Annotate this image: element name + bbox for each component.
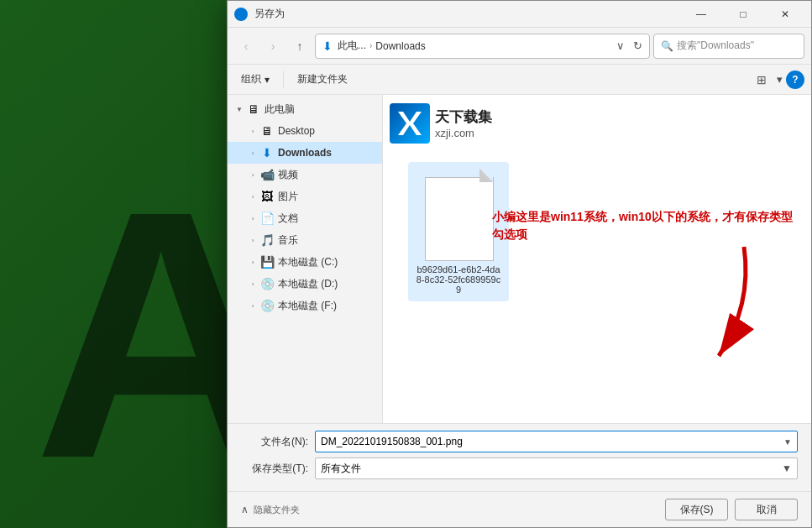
refresh-icon[interactable]: ↻ (633, 39, 642, 52)
documents-icon: 📄 (259, 211, 275, 226)
videos-label: 视频 (278, 168, 298, 182)
local-f-label: 本地磁盘 (F:) (278, 299, 337, 313)
filename-input-container[interactable]: DM_20221019150838_001.png ▼ (315, 431, 798, 452)
dialog-icon (234, 8, 248, 21)
local-c-label: 本地磁盘 (C:) (278, 255, 338, 269)
svg-marker-1 (398, 112, 422, 135)
sidebar-item-downloads[interactable]: › ⬇ Downloads (228, 142, 382, 164)
expand-icon: › (246, 255, 259, 269)
videos-icon: 📹 (259, 167, 275, 182)
xzji-logo-container (390, 103, 430, 144)
sidebar-item-videos[interactable]: › 📹 视频 (228, 164, 382, 186)
filetype-row: 保存类型(T): 所有文件 ▼ (241, 457, 798, 479)
sidebar-item-music[interactable]: › 🎵 音乐 (228, 229, 382, 251)
annotation-text: 小编这里是win11系统，win10以下的系统，才有保存类型勾选项 (492, 208, 803, 243)
expand-icon: › (246, 124, 259, 138)
red-arrow-svg (677, 238, 778, 373)
footer-left: ∧ 隐藏文件夹 (241, 504, 300, 516)
forward-button[interactable]: › (261, 34, 285, 58)
filename-label: 文件名(N): (241, 435, 308, 449)
sidebar-tree: ▼ 🖥 此电脑 › 🖥 Desktop › ⬇ Downloads › 📹 视频… (228, 95, 383, 423)
sidebar-item-desktop[interactable]: › 🖥 Desktop (228, 120, 382, 142)
filename-dropdown-icon: ▼ (783, 437, 792, 447)
xzji-x-svg (395, 108, 425, 139)
expand-icon: › (246, 146, 259, 159)
search-icon: 🔍 (661, 40, 673, 52)
local-c-icon: 💾 (259, 254, 275, 269)
sidebar-item-documents[interactable]: › 📄 文档 (228, 207, 382, 229)
xzji-text: 天下载集 xzji.com (435, 107, 492, 139)
file-name: b9629d61-e6b2-4da8-8c32-52fc689959c9 (415, 264, 502, 295)
minimize-button[interactable]: — (682, 1, 720, 28)
window-controls: — □ ✕ (682, 1, 804, 28)
expand-icon: › (246, 190, 259, 203)
help-button[interactable]: ? (786, 71, 804, 89)
filetype-dropdown[interactable]: 所有文件 ▼ (315, 457, 798, 479)
organize-label: 组织 (241, 72, 261, 86)
desktop-label: Desktop (278, 125, 315, 137)
expand-icon: › (246, 233, 259, 247)
view-toggle-button[interactable]: ⊞ (750, 69, 773, 91)
maximize-button[interactable]: □ (724, 1, 762, 28)
address-dropdown-icon[interactable]: ∨ (616, 39, 625, 52)
sidebar-item-pictures[interactable]: › 🖼 图片 (228, 186, 382, 207)
expand-icon: › (246, 299, 259, 312)
toolbar: 组织 ▾ 新建文件夹 ⊞ ▾ ? (228, 65, 811, 95)
file-thumbnail (421, 169, 496, 261)
organize-dropdown-icon: ▾ (265, 74, 270, 86)
bottom-area: 文件名(N): DM_20221019150838_001.png ▼ 保存类型… (228, 423, 811, 491)
sidebar-item-local-c[interactable]: › 💾 本地磁盘 (C:) (228, 251, 382, 273)
file-corner-shadow (479, 169, 493, 182)
hide-folders-label[interactable]: 隐藏文件夹 (254, 504, 300, 516)
download-address-icon: ⬇ (322, 39, 333, 53)
filetype-label: 保存类型(T): (241, 462, 308, 476)
new-folder-label: 新建文件夹 (297, 72, 348, 86)
xzji-name: 天下载集 (435, 107, 492, 127)
back-button[interactable]: ‹ (234, 34, 258, 58)
address-prefix: 此电... (338, 39, 366, 53)
organize-button[interactable]: 组织 ▾ (234, 69, 276, 91)
file-page-body (425, 177, 494, 261)
close-button[interactable]: ✕ (766, 1, 804, 28)
hide-folders-toggle-icon: ∧ (241, 504, 249, 515)
search-placeholder: 搜索"Downloads" (677, 39, 754, 53)
music-icon: 🎵 (259, 233, 275, 248)
desktop-icon: 🖥 (259, 123, 275, 139)
view-dropdown-icon[interactable]: ▾ (777, 73, 783, 86)
expand-icon: › (246, 168, 259, 181)
cancel-button[interactable]: 取消 (735, 499, 798, 520)
search-bar[interactable]: 🔍 搜索"Downloads" (653, 34, 804, 59)
sidebar-item-this-pc[interactable]: ▼ 🖥 此电脑 (228, 98, 382, 120)
address-bar[interactable]: ⬇ 此电... › Downloads ∨ ↻ (315, 34, 650, 59)
local-d-icon: 💿 (259, 276, 275, 291)
expand-icon: › (246, 212, 259, 225)
address-path: 此电... › Downloads (338, 39, 608, 53)
svg-point-0 (237, 10, 245, 18)
local-d-label: 本地磁盘 (D:) (278, 277, 338, 291)
new-folder-button[interactable]: 新建文件夹 (291, 69, 354, 91)
expand-icon: › (246, 277, 259, 290)
filename-row: 文件名(N): DM_20221019150838_001.png ▼ (241, 431, 798, 452)
toolbar-right: ⊞ ▾ ? (750, 69, 804, 91)
music-label: 音乐 (278, 233, 298, 248)
xzji-watermark: 天下载集 xzji.com (390, 103, 492, 144)
filename-value: DM_20221019150838_001.png (321, 436, 783, 447)
downloads-label: Downloads (278, 147, 332, 159)
title-bar: 另存为 — □ ✕ (228, 1, 811, 28)
filetype-value: 所有文件 (321, 462, 361, 476)
pictures-icon: 🖼 (259, 189, 275, 204)
filetype-dropdown-icon: ▼ (782, 463, 792, 474)
local-f-icon: 💿 (259, 298, 275, 313)
path-separator: › (369, 41, 372, 50)
downloads-icon: ⬇ (259, 145, 275, 160)
sidebar-item-local-d[interactable]: › 💿 本地磁盘 (D:) (228, 273, 382, 295)
expand-icon: ▼ (233, 102, 246, 116)
dialog-title: 另存为 (254, 7, 682, 21)
save-button[interactable]: 保存(S) (665, 499, 728, 520)
file-area: 天下载集 xzji.com b9629d61-e6b2-4da8-8c32-52… (383, 95, 811, 423)
sidebar-item-local-f[interactable]: › 💿 本地磁盘 (F:) (228, 295, 382, 316)
xzji-logo-bg (390, 103, 430, 144)
this-pc-label: 此电脑 (265, 102, 295, 117)
pictures-label: 图片 (278, 190, 298, 204)
up-button[interactable]: ↑ (288, 34, 312, 58)
